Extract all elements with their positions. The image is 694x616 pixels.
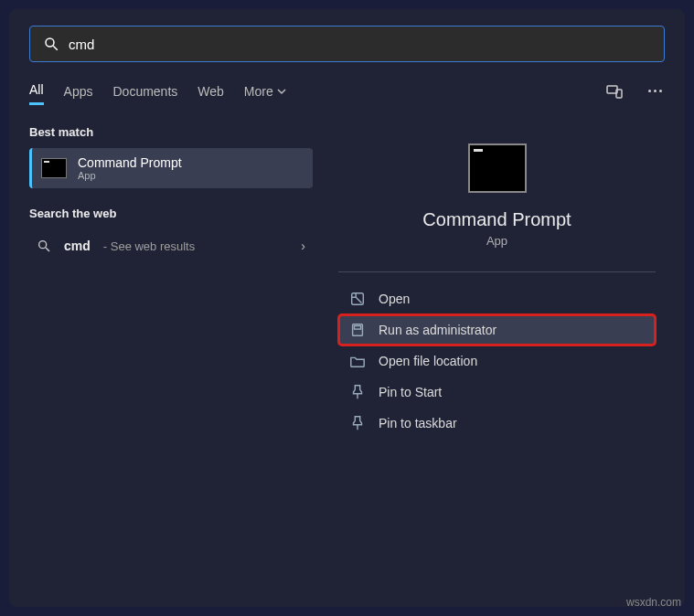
preview-subtitle: App [338,234,656,248]
folder-icon [349,353,366,369]
action-open-label: Open [379,292,410,306]
pin-icon [349,384,366,400]
search-web-label: Search the web [29,207,313,220]
ellipsis-icon [648,90,662,92]
search-icon [37,239,51,253]
search-bar[interactable] [29,26,665,62]
filter-tabs: All Apps Documents Web More [29,77,665,105]
divider [338,271,656,272]
pin-icon [349,415,366,431]
best-match-title: Command Prompt [78,155,182,170]
action-run-as-administrator[interactable]: Run as administrator [338,314,656,345]
search-input[interactable] [69,37,651,52]
tab-all[interactable]: All [29,77,44,105]
svg-rect-9 [354,326,360,330]
search-icon [43,36,59,52]
command-prompt-icon [41,158,67,178]
svg-point-4 [39,241,47,249]
action-open[interactable]: Open [338,283,656,314]
search-across-devices-button[interactable] [604,81,625,101]
action-pin-taskbar-label: Pin to taskbar [379,416,457,430]
action-open-location-label: Open file location [379,354,477,368]
tab-documents[interactable]: Documents [112,79,177,104]
action-open-file-location[interactable]: Open file location [338,345,656,377]
results-list: Best match Command Prompt App Search the… [29,118,313,590]
watermark: wsxdn.com [626,596,681,609]
svg-line-5 [46,248,49,251]
open-icon [349,291,366,307]
best-match-label: Best match [29,125,313,139]
action-pin-start-label: Pin to Start [379,385,442,399]
svg-point-0 [46,38,54,47]
start-search-panel: All Apps Documents Web More Best match C… [9,9,685,607]
action-pin-to-start[interactable]: Pin to Start [338,377,656,408]
tab-more-label: More [244,84,273,99]
best-match-subtitle: App [78,170,182,181]
preview-pane: Command Prompt App Open Run as administr… [329,118,665,590]
tab-web[interactable]: Web [198,79,224,104]
tab-more[interactable]: More [244,79,286,104]
chevron-right-icon: › [301,239,305,253]
action-pin-to-taskbar[interactable]: Pin to taskbar [338,408,656,439]
chevron-down-icon [277,87,286,96]
preview-title: Command Prompt [338,209,656,230]
web-hint-text: - See web results [103,239,195,253]
web-result[interactable]: cmd - See web results › [29,229,313,262]
best-match-result[interactable]: Command Prompt App [29,148,313,188]
devices-icon [605,82,624,101]
tab-apps[interactable]: Apps [64,79,93,104]
action-run-admin-label: Run as administrator [379,323,496,337]
preview-app-icon [468,143,527,193]
web-query-text: cmd [64,239,91,253]
more-options-button[interactable] [645,81,665,101]
shield-icon [349,322,366,338]
svg-line-1 [53,46,58,50]
svg-line-7 [356,297,361,303]
